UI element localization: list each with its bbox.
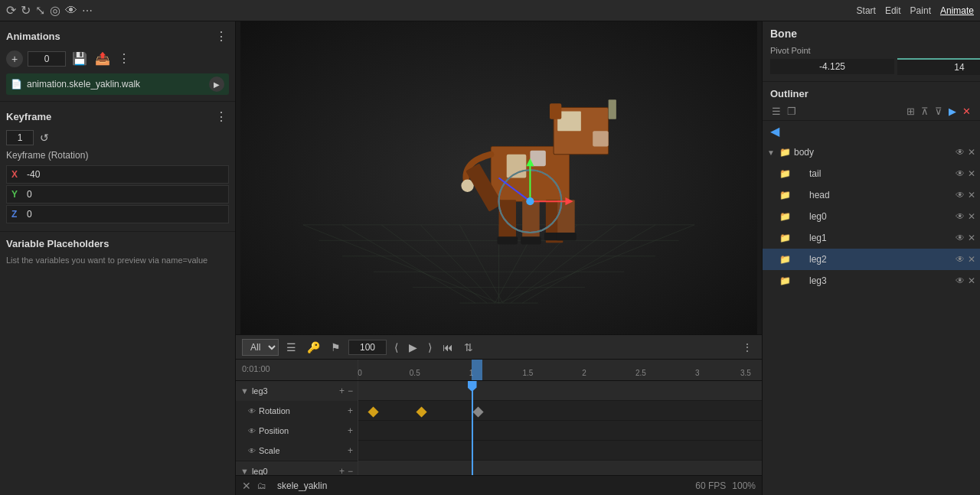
leg0-minus[interactable]: − bbox=[348, 466, 353, 475]
view-icon[interactable]: 👁 bbox=[65, 4, 77, 18]
leg1-delete[interactable]: ✕ bbox=[968, 233, 975, 243]
prev-key-button[interactable]: ⟨ bbox=[391, 340, 401, 355]
leg3-position-add[interactable]: + bbox=[348, 425, 353, 436]
ruler-marks: 0 0.5 1 1.5 2 2.5 3 3.5 bbox=[358, 360, 762, 380]
leg0-delete[interactable]: ✕ bbox=[968, 211, 975, 222]
tail-visibility[interactable]: 👁 bbox=[956, 168, 965, 179]
bone-section: Bone Pivot Point ⋮ bbox=[763, 21, 980, 82]
eye-icon-1[interactable]: 👁 bbox=[248, 407, 256, 415]
outliner-add-top-btn[interactable]: ⊞ bbox=[905, 104, 916, 119]
keyframe-reset-button[interactable]: ↺ bbox=[38, 130, 51, 145]
keyframe-1[interactable] bbox=[368, 406, 378, 417]
leg0-group-row bbox=[358, 461, 762, 475]
menu-paint[interactable]: Paint bbox=[910, 5, 931, 16]
leg3-scale-add[interactable]: + bbox=[348, 445, 353, 456]
outliner-arrow-btn[interactable]: ▶ bbox=[947, 104, 958, 119]
pivot-x-input[interactable] bbox=[770, 59, 894, 74]
key-button[interactable]: 🔑 bbox=[304, 340, 323, 355]
keyframe-more-button[interactable]: ⋮ bbox=[214, 108, 229, 125]
leg2-delete[interactable]: ✕ bbox=[968, 254, 975, 265]
rewind-button[interactable]: ⏮ bbox=[439, 340, 456, 355]
save-animation-button[interactable]: 💾 bbox=[70, 50, 89, 67]
leg3-add[interactable]: + bbox=[339, 386, 345, 396]
menu-animate[interactable]: Animate bbox=[940, 5, 974, 16]
outliner-item-leg3[interactable]: 📁 leg3 👁 ✕ bbox=[763, 270, 980, 291]
outliner-item-leg1[interactable]: 📁 leg1 👁 ✕ bbox=[763, 227, 980, 249]
scale-icon[interactable]: ⤡ bbox=[35, 3, 45, 18]
y-value: 0 bbox=[22, 186, 228, 203]
sort-button[interactable]: ⇅ bbox=[461, 340, 476, 355]
flag-button[interactable]: ⚑ bbox=[328, 340, 344, 355]
svg-rect-28 bbox=[522, 200, 539, 243]
leg3-rotation-row bbox=[358, 401, 762, 421]
pivot-icon[interactable]: ◎ bbox=[50, 3, 60, 18]
outliner-item-leg0[interactable]: 📁 leg0 👁 ✕ bbox=[763, 206, 980, 227]
outliner-copy-btn[interactable]: ❐ bbox=[786, 104, 798, 119]
right-panel: Bone Pivot Point ⋮ Outliner ☰ ❐ ⊞ ⊼ ⊽ ▶ bbox=[762, 21, 980, 495]
outliner-move-down-btn[interactable]: ⊽ bbox=[933, 104, 944, 119]
more-options-button[interactable]: ⋮ bbox=[214, 28, 229, 45]
file-icon: 📄 bbox=[11, 79, 22, 90]
eye-icon-3[interactable]: 👁 bbox=[248, 447, 256, 455]
frame-count-input[interactable] bbox=[348, 340, 387, 355]
tail-delete[interactable]: ✕ bbox=[968, 168, 975, 179]
pivot-label: Pivot Point bbox=[770, 46, 972, 55]
animation-file-row[interactable]: 📄 animation.skele_yaklin.walk ▶ bbox=[6, 73, 229, 95]
head-folder-icon: 📁 bbox=[779, 190, 791, 200]
play-button[interactable]: ▶ bbox=[209, 77, 224, 92]
center-panel: All ☰ 🔑 ⚑ ⟨ ▶ ⟩ ⏮ ⇅ ⋮ 0:01:00 0 0.5 bbox=[236, 21, 762, 495]
viewport[interactable] bbox=[236, 21, 762, 334]
frame-input[interactable]: 0 bbox=[28, 51, 66, 67]
animations-header: Animations ⋮ bbox=[6, 28, 229, 45]
outliner-item-leg2[interactable]: 📁 leg2 👁 ✕ bbox=[763, 249, 980, 270]
variable-desc: List the variables you want to preview v… bbox=[6, 254, 229, 267]
playhead[interactable] bbox=[472, 381, 473, 475]
leg0-folder-icon: 📁 bbox=[779, 211, 791, 222]
leg3-visibility[interactable]: 👁 bbox=[956, 275, 965, 286]
animations-actions: ⋮ bbox=[214, 28, 229, 45]
head-visibility[interactable]: 👁 bbox=[956, 190, 965, 200]
export-animation-button[interactable]: 📤 bbox=[93, 50, 112, 67]
move-icon[interactable]: ⟳ bbox=[6, 3, 16, 18]
outliner-move-up-btn[interactable]: ⊼ bbox=[920, 104, 930, 119]
outliner-list-btn[interactable]: ☰ bbox=[770, 104, 782, 119]
menu-edit[interactable]: Edit bbox=[885, 5, 901, 16]
filter-dropdown[interactable]: All bbox=[242, 339, 279, 356]
anim-menu-button[interactable]: ⋮ bbox=[116, 50, 132, 67]
outliner-item-head[interactable]: 📁 head 👁 ✕ bbox=[763, 184, 980, 206]
menu-start[interactable]: Start bbox=[857, 5, 876, 16]
add-animation-button[interactable]: + bbox=[6, 50, 23, 67]
leg0-add[interactable]: + bbox=[339, 466, 345, 475]
leg0-toggle[interactable]: ▼ bbox=[240, 467, 249, 475]
leg0-visibility[interactable]: 👁 bbox=[956, 211, 965, 222]
keyframe-2[interactable] bbox=[416, 406, 426, 417]
play-timeline-button[interactable]: ▶ bbox=[406, 340, 420, 355]
rotate-icon[interactable]: ↻ bbox=[21, 3, 31, 18]
keyframe-3[interactable] bbox=[472, 406, 483, 417]
leg1-visibility[interactable]: 👁 bbox=[956, 233, 965, 243]
outliner-item-body[interactable]: ▼ 📁 body 👁 ✕ bbox=[763, 142, 980, 163]
leg2-visibility[interactable]: 👁 bbox=[956, 254, 965, 265]
timeline-more-button[interactable]: ⋮ bbox=[739, 340, 756, 355]
leg3-rotation-add[interactable]: + bbox=[348, 405, 353, 416]
timeline-panel: All ☰ 🔑 ⚑ ⟨ ▶ ⟩ ⏮ ⇅ ⋮ 0:01:00 0 0.5 bbox=[236, 334, 762, 495]
body-visibility[interactable]: 👁 bbox=[956, 147, 965, 158]
more-icon[interactable]: ⋯ bbox=[82, 5, 93, 17]
filter-list-button[interactable]: ☰ bbox=[283, 340, 299, 355]
head-delete[interactable]: ✕ bbox=[968, 190, 975, 200]
ruler-0: 0 bbox=[358, 369, 362, 377]
leg3-minus[interactable]: − bbox=[348, 386, 353, 396]
x-value-row: X -40 bbox=[6, 165, 229, 184]
keyframe-number-input[interactable] bbox=[6, 130, 34, 145]
body-delete[interactable]: ✕ bbox=[968, 147, 975, 158]
close-button[interactable]: ✕ bbox=[242, 480, 251, 492]
track-keyframes-area bbox=[358, 381, 762, 475]
next-key-button[interactable]: ⟩ bbox=[425, 340, 435, 355]
leg3-toggle[interactable]: ▼ bbox=[240, 386, 249, 396]
pivot-y-input[interactable] bbox=[897, 58, 980, 75]
outliner-delete-btn[interactable]: ✕ bbox=[961, 104, 972, 119]
leg3-delete[interactable]: ✕ bbox=[968, 275, 975, 286]
leg3-position-row bbox=[358, 421, 762, 441]
outliner-item-tail[interactable]: 📁 tail 👁 ✕ bbox=[763, 163, 980, 184]
eye-icon-2[interactable]: 👁 bbox=[248, 427, 256, 435]
